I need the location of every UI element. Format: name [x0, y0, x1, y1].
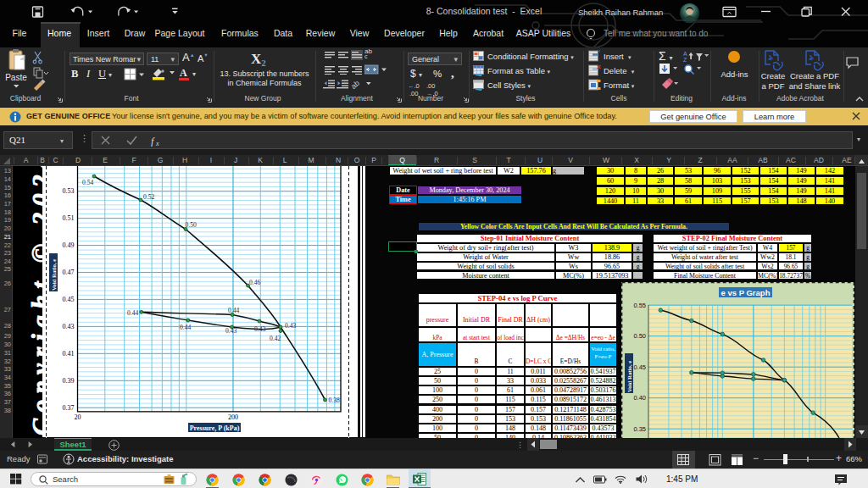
svg-text:0.42: 0.42	[270, 335, 281, 342]
svg-text:Z: Z	[683, 57, 687, 63]
svg-text:0.52: 0.52	[143, 193, 154, 201]
svg-text:e vs P Graph: e vs P Graph	[721, 288, 771, 297]
svg-text:0.46: 0.46	[249, 279, 260, 286]
svg-text:0.39: 0.39	[63, 377, 75, 385]
svg-text:0.53: 0.53	[63, 187, 75, 195]
svg-text:Void Ratio, e: Void Ratio, e	[51, 259, 57, 291]
svg-text:0.45: 0.45	[633, 363, 646, 371]
svg-text:0.55: 0.55	[63, 166, 75, 168]
svg-text:0.55: 0.55	[633, 302, 646, 309]
svg-text:0.54: 0.54	[82, 179, 93, 186]
svg-text:0.44: 0.44	[180, 324, 191, 331]
svg-text:0.50: 0.50	[633, 332, 646, 340]
svg-text:Copyright © 2024: Copyright © 2024	[26, 166, 42, 435]
svg-text:Void Ratio, e: Void Ratio, e	[626, 361, 632, 392]
svg-text:0.45: 0.45	[63, 296, 75, 303]
svg-text:0.50: 0.50	[186, 221, 197, 229]
svg-text:x: x	[155, 140, 159, 147]
svg-text:0.43: 0.43	[225, 327, 236, 335]
svg-text:0.49: 0.49	[63, 241, 75, 249]
svg-text:0.51: 0.51	[63, 214, 75, 222]
svg-text:200: 200	[228, 413, 238, 421]
svg-text:0.44: 0.44	[228, 307, 239, 314]
svg-text:0.44: 0.44	[127, 309, 138, 317]
svg-text:0.43: 0.43	[254, 325, 265, 333]
svg-text:0.37: 0.37	[63, 404, 75, 412]
svg-text:0.40: 0.40	[633, 394, 646, 402]
svg-text:20: 20	[75, 413, 81, 421]
svg-text:0.41: 0.41	[63, 350, 75, 358]
svg-text:0.35: 0.35	[633, 425, 646, 433]
svg-text:0.43: 0.43	[285, 322, 296, 330]
svg-text:ab: ab	[350, 79, 361, 90]
svg-text:0.47: 0.47	[63, 269, 75, 276]
svg-text:0.43: 0.43	[63, 323, 75, 330]
svg-text:0.38: 0.38	[329, 396, 340, 404]
svg-text:f: f	[151, 136, 155, 147]
svg-text:Paste: Paste	[5, 73, 27, 82]
svg-text:Pressure, P (kPa): Pressure, P (kPa)	[190, 424, 240, 432]
